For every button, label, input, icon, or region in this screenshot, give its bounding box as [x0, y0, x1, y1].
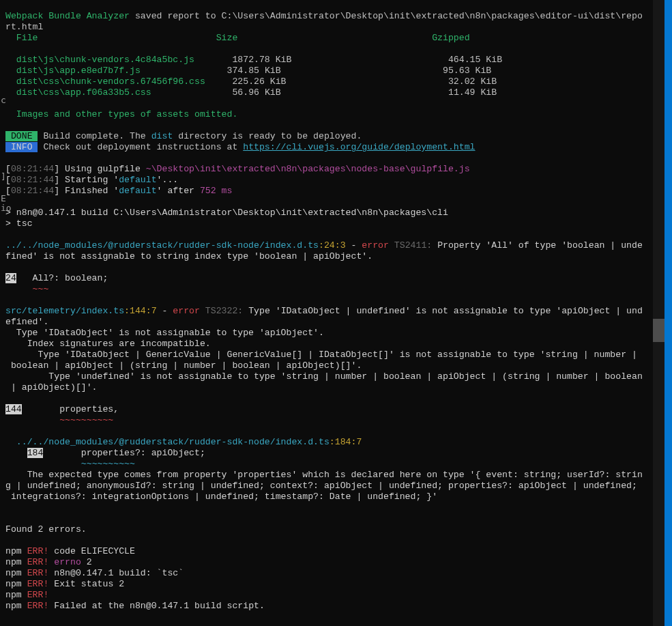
- npm-line: npm ERR! errno 2: [5, 557, 92, 567]
- analyzer-prefix: Webpack Bundle Analyzer: [5, 11, 130, 21]
- error1-path: ../../node_modules/@rudderstack/rudder-s…: [5, 240, 319, 251]
- table-row: dist\css\chunk-vendors.67456f96.css 225.…: [5, 76, 497, 87]
- table-row: dist\js\app.e8ed7b7f.js 374.85 KiB 95.63…: [5, 66, 491, 76]
- edge-char: c: [1, 95, 5, 106]
- edge-char: ]: [1, 171, 5, 182]
- line-number: 24: [5, 273, 16, 283]
- scrollbar-track[interactable]: [653, 0, 664, 626]
- done-badge: DONE: [5, 131, 38, 141]
- line-number: 184: [27, 448, 44, 458]
- table-row: dist\css\app.f06a33b5.css 56.96 KiB 11.4…: [5, 87, 497, 98]
- error-summary: Found 2 errors.: [5, 524, 87, 535]
- info-badge: INFO: [5, 142, 38, 152]
- build-cmd: > n8n@0.147.1 build C:\Users\Administrat…: [5, 208, 448, 218]
- assets-omitted: Images and other types of assets omitted…: [16, 109, 237, 119]
- terminal-output[interactable]: Webpack Bundle Analyzer saved report to …: [0, 0, 653, 626]
- col-file: [5, 33, 16, 43]
- npm-line: npm ERR! n8n@0.147.1 build: `tsc`: [5, 568, 184, 578]
- related-path: ../../node_modules/@rudderstack/rudder-s…: [16, 437, 330, 447]
- line-number: 144: [5, 404, 22, 414]
- deployment-link[interactable]: https://cli.vuejs.org/guide/deployment.h…: [243, 142, 475, 152]
- error2-path: src/telemetry/index.ts: [5, 306, 124, 316]
- table-row: dist\js\chunk-vendors.4c84a5bc.js 1872.7…: [5, 55, 502, 65]
- npm-line: npm ERR! Exit status 2: [5, 579, 124, 589]
- npm-line: npm ERR!: [5, 590, 48, 600]
- scrollbar-thumb[interactable]: [653, 319, 664, 342]
- edge-char: io: [1, 203, 5, 214]
- npm-line: npm ERR! Failed at the n8n@0.147.1 build…: [5, 601, 265, 611]
- npm-line: npm ERR! code ELIFECYCLE: [5, 546, 135, 556]
